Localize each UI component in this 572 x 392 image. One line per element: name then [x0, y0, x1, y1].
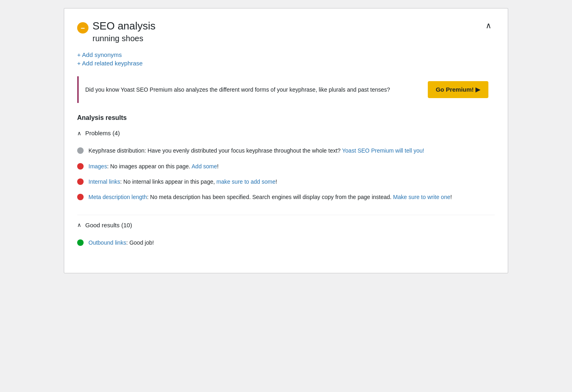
dot-green-icon-outbound — [77, 239, 84, 246]
go-premium-button[interactable]: Go Premium! ▶ — [428, 81, 488, 98]
images-link[interactable]: Images — [88, 163, 107, 170]
divider — [77, 215, 495, 215]
premium-notice-text: Did you know Yoast SEO Premium also anal… — [85, 85, 420, 94]
add-synonyms-link[interactable]: + Add synonyms — [77, 51, 495, 58]
dot-red-icon-internal-links — [77, 178, 84, 185]
links-area: + Add synonyms + Add related keyphrase — [77, 51, 495, 67]
dot-red-icon-meta — [77, 194, 84, 200]
problem-item-3: Internal links: No internal links appear… — [77, 174, 495, 189]
problem-item-1: Keyphrase distribution: Have you evenly … — [77, 143, 495, 158]
meta-description-link[interactable]: Meta description length — [88, 194, 147, 200]
premium-notice: Did you know Yoast SEO Premium also anal… — [77, 76, 495, 103]
add-some-link[interactable]: Add some — [191, 163, 217, 170]
good-results-chevron-icon: ∧ — [77, 222, 81, 228]
problems-chevron-icon: ∧ — [77, 130, 81, 136]
problem-item-4: Meta description length: No meta descrip… — [77, 189, 495, 205]
dot-gray-icon — [77, 147, 84, 154]
panel-title: SEO analysis — [93, 20, 156, 32]
panel-title-text: SEO analysis running shoes — [93, 20, 156, 43]
problem-text-3: Internal links: No internal links appear… — [88, 177, 495, 186]
problem-item-2: Images: No images appear on this page. A… — [77, 159, 495, 174]
analysis-results-title: Analysis results — [77, 114, 495, 122]
collapse-button[interactable]: ∧ — [482, 20, 495, 31]
problems-section-header[interactable]: ∧ Problems (4) — [77, 130, 495, 136]
problems-list: Keyphrase distribution: Have you evenly … — [77, 143, 495, 205]
good-results-section-header[interactable]: ∧ Good results (10) — [77, 222, 495, 228]
good-text-1: Outbound links: Good job! — [88, 238, 495, 247]
good-results-list: Outbound links: Good job! — [77, 235, 495, 250]
panel-title-area: SEO analysis running shoes — [77, 20, 156, 43]
problem-text-2: Images: No images appear on this page. A… — [88, 162, 495, 171]
problems-section-title: Problems (4) — [85, 130, 120, 136]
keyphrase-label: running shoes — [93, 34, 156, 43]
make-sure-write-one-link[interactable]: Make sure to write one — [393, 194, 450, 200]
problem-text-1: Keyphrase distribution: Have you evenly … — [88, 146, 495, 155]
seo-analysis-panel: SEO analysis running shoes ∧ + Add synon… — [64, 8, 508, 273]
keyphrase-distribution-link[interactable]: Yoast SEO Premium will tell you! — [342, 147, 424, 154]
add-related-keyphrase-link[interactable]: + Add related keyphrase — [77, 60, 495, 67]
problem-text-4: Meta description length: No meta descrip… — [88, 193, 495, 201]
internal-links-link[interactable]: Internal links — [88, 178, 120, 185]
chevron-up-icon: ∧ — [486, 21, 492, 30]
good-results-section-title: Good results (10) — [85, 222, 132, 228]
status-icon — [77, 22, 88, 34]
dot-red-icon-images — [77, 163, 84, 170]
make-sure-add-some-link[interactable]: make sure to add some — [217, 178, 275, 185]
outbound-links-link[interactable]: Outbound links — [88, 239, 126, 246]
panel-header: SEO analysis running shoes ∧ — [77, 20, 495, 43]
good-item-1: Outbound links: Good job! — [77, 235, 495, 250]
